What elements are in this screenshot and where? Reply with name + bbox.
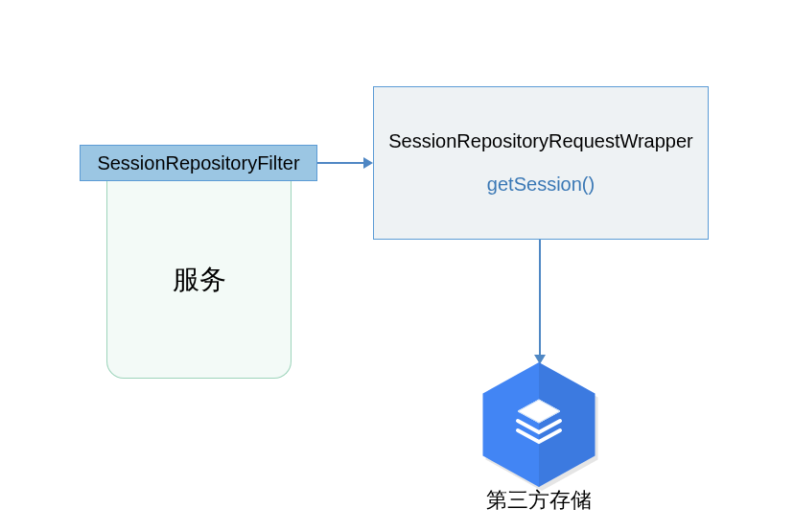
- storage-hexagon: [477, 362, 601, 487]
- arrowhead-right-icon: [363, 157, 373, 169]
- storage-label: 第三方存储: [453, 486, 625, 515]
- svg-marker-0: [518, 400, 560, 423]
- filter-box: SessionRepositoryFilter: [80, 145, 317, 181]
- database-stack-icon: [512, 398, 566, 451]
- arrow-filter-to-wrapper: [317, 162, 363, 164]
- service-label: 服务: [173, 262, 226, 298]
- wrapper-title: SessionRepositoryRequestWrapper: [388, 130, 693, 152]
- wrapper-method: getSession(): [487, 173, 595, 196]
- wrapper-box: SessionRepositoryRequestWrapper getSessi…: [373, 86, 709, 240]
- arrow-wrapper-to-storage: [539, 240, 541, 355]
- service-box: 服务: [106, 181, 292, 379]
- filter-label: SessionRepositoryFilter: [97, 152, 299, 174]
